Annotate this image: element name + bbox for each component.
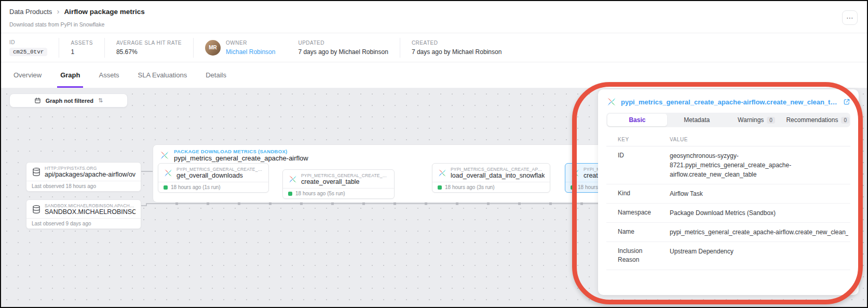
page-title: Airflow package metrics <box>64 8 144 16</box>
meta-sla-label: AVERAGE SLA HIT RATE <box>116 40 182 46</box>
airflow-icon <box>606 97 617 107</box>
meta-created-label: CREATED <box>412 40 501 46</box>
warnings-count-badge: 0 <box>767 117 775 124</box>
table-row: Name pypi_metrics_general_create_apache-… <box>606 223 850 242</box>
node-footer: Last observed 18 hours ago <box>26 181 141 191</box>
airflow-icon <box>571 168 580 178</box>
table-row: ID geosynchronous-syzygy-8721.pypi_metri… <box>606 146 850 184</box>
meta-created: CREATED 7 days ago by Michael Robinson <box>400 38 513 58</box>
panel-tab-label: Metadata <box>684 116 710 124</box>
node-kind: HTTP://PYPISTATS.ORG <box>45 166 135 171</box>
panel-tab-recommendations[interactable]: Recommendations 0 <box>786 114 849 126</box>
panel-title-link[interactable]: pypi_metrics_general_create_apache-airfl… <box>621 98 839 106</box>
airflow-icon <box>438 168 447 178</box>
tab-details[interactable]: Details <box>202 62 229 88</box>
meta-updated-label: UPDATED <box>298 40 388 46</box>
owner-avatar[interactable]: MR <box>205 40 221 56</box>
panel-tab-warnings[interactable]: Warnings 0 <box>727 114 786 126</box>
panel-tab-label: Recommendations <box>786 116 838 124</box>
panel-tab-label: Warnings <box>738 116 764 124</box>
more-actions-button[interactable]: ⋯ <box>842 10 858 25</box>
node-footer-text: Last observed 9 days ago <box>32 221 91 226</box>
task-footer-text: 18 hours ago (3s run) <box>445 184 495 190</box>
app-window: Data Products › Airflow package metrics … <box>0 0 868 308</box>
run-status-icon <box>571 185 575 190</box>
task-footer: 18 hours ago (1s run) <box>158 182 268 192</box>
meta-id-label: ID <box>9 39 47 45</box>
run-status-icon <box>438 185 442 190</box>
row-value: pypi_metrics_general_create_apache-airfl… <box>670 227 848 237</box>
node-kind: SANDBOX.MICHAELROBINSON.APACHE_AIRFLO... <box>45 203 135 208</box>
node-pypistats-api[interactable]: HTTP://PYPISTATS.ORG api/packages/apache… <box>26 162 141 192</box>
node-title: SANDBOX.MICHAELROBINSON.apac... <box>45 208 135 216</box>
page-tabs: Overview Graph Assets SLA Evaluations De… <box>1 62 867 88</box>
meta-updated-value: 7 days ago by Michael Robinson <box>298 48 388 56</box>
meta-sla-value: 85.67% <box>116 48 182 56</box>
meta-bar: ID cm25_0tvr ASSETS 1 AVERAGE SLA HIT RA… <box>1 33 867 62</box>
group-title: pypi_metrics_general_create_apache-airfl… <box>174 154 308 162</box>
breadcrumb: Data Products › Airflow package metrics <box>9 8 145 16</box>
row-key: Name <box>618 227 670 237</box>
graph-filter-button[interactable]: Graph not filtered ⇅ <box>9 93 128 108</box>
tab-assets[interactable]: Assets <box>96 62 122 88</box>
row-key: Kind <box>618 189 670 198</box>
task-node-load-overall-data[interactable]: PYPI_METRICS_GENERAL_CREATE_APACHE-AIRF.… <box>432 163 550 193</box>
panel-tab-label: Basic <box>629 116 645 124</box>
key-value-table: KEY VALUE ID geosynchronous-syzygy-8721.… <box>606 135 850 270</box>
task-node-get-overall-downloads[interactable]: PYPI_METRICS_GENERAL_CREATE_APACHE-AIRF.… <box>158 163 269 193</box>
page-subtitle: Download stats from PyPI in Snowflake <box>9 21 104 28</box>
panel-tab-bar: Basic Metadata Warnings 0 Recommendation… <box>606 113 850 127</box>
database-icon <box>32 167 41 177</box>
row-value: Upstream Dependency <box>670 247 848 265</box>
airflow-icon <box>164 168 173 178</box>
breadcrumb-data-products[interactable]: Data Products <box>9 8 52 16</box>
row-key: ID <box>618 151 670 179</box>
tab-sla-evaluations[interactable]: SLA Evaluations <box>135 62 191 88</box>
database-icon <box>32 205 41 214</box>
run-status-icon <box>288 192 292 196</box>
recommendations-count-badge: 0 <box>841 117 849 124</box>
task-kind: PYPI_METRICS_GENERAL_CREATE_APACHE-AIRF.… <box>177 167 263 172</box>
row-value: Airflow Task <box>670 189 848 198</box>
task-node-create-overall-table[interactable]: PYPI_METRICS_GENERAL_CREATE_APACHE-AIRF.… <box>282 169 395 199</box>
chevron-right-icon: › <box>57 7 59 15</box>
task-kind: PYPI_METRICS_GENERAL_CREATE_APACHE-AIRF.… <box>301 173 389 178</box>
meta-assets-value: 1 <box>71 48 92 56</box>
task-title: create_overall_table <box>301 178 389 185</box>
lineage-graph-canvas[interactable]: Graph not filtered ⇅ PACKAGE DOWNLOAD ME… <box>1 88 867 307</box>
panel-tab-basic[interactable]: Basic <box>607 114 667 126</box>
meta-assets: ASSETS 1 <box>59 38 104 58</box>
external-link-icon[interactable] <box>843 98 850 105</box>
panel-tab-metadata[interactable]: Metadata <box>667 114 727 126</box>
node-title: api/packages/apache-airflow/overall <box>45 171 135 178</box>
calendar-icon <box>34 97 41 104</box>
up-down-arrows-icon: ⇅ <box>98 97 103 104</box>
group-namespace: PACKAGE DOWNLOAD METRICS (SANDBOX) <box>174 149 308 154</box>
tab-overview[interactable]: Overview <box>10 62 45 88</box>
airflow-icon <box>288 175 297 184</box>
table-row: Kind Airflow Task <box>606 184 850 204</box>
meta-id: ID cm25_0tvr <box>1 38 59 58</box>
task-footer: 18 hours ago (3s run) <box>432 182 550 192</box>
row-value: geosynchronous-syzygy-8721.pypi_metrics_… <box>670 151 848 179</box>
meta-sla: AVERAGE SLA HIT RATE 85.67% <box>104 38 193 58</box>
task-footer-text: 18 hours ago (5s run) <box>295 191 345 196</box>
kv-key-header: KEY <box>618 137 670 142</box>
tab-graph[interactable]: Graph <box>57 62 83 88</box>
ellipsis-icon: ⋯ <box>846 14 853 22</box>
meta-id-value: cm25_0tvr <box>9 48 47 56</box>
meta-created-value: 7 days ago by Michael Robinson <box>412 48 501 56</box>
task-footer-text: 18 hours ago (1s run) <box>171 184 221 190</box>
meta-assets-label: ASSETS <box>71 40 92 46</box>
node-sandbox-table[interactable]: SANDBOX.MICHAELROBINSON.APACHE_AIRFLO...… <box>26 199 141 229</box>
node-footer: Last observed 9 days ago <box>26 218 141 229</box>
task-title: get_overall_downloads <box>177 172 263 179</box>
owner-link[interactable]: Michael Robinson <box>226 48 275 56</box>
table-row: Namespace Package Download Metrics (Sand… <box>606 204 850 223</box>
task-footer: 18 hours ago (5s run) <box>283 188 394 198</box>
kv-value-header: VALUE <box>670 137 848 142</box>
node-detail-panel: pypi_metrics_general_create_apache-airfl… <box>598 89 859 295</box>
airflow-icon <box>159 150 170 160</box>
node-footer-text: Last observed 18 hours ago <box>32 183 96 189</box>
namespace-link[interactable]: Package Download Metrics (Sandbox) <box>670 208 848 218</box>
